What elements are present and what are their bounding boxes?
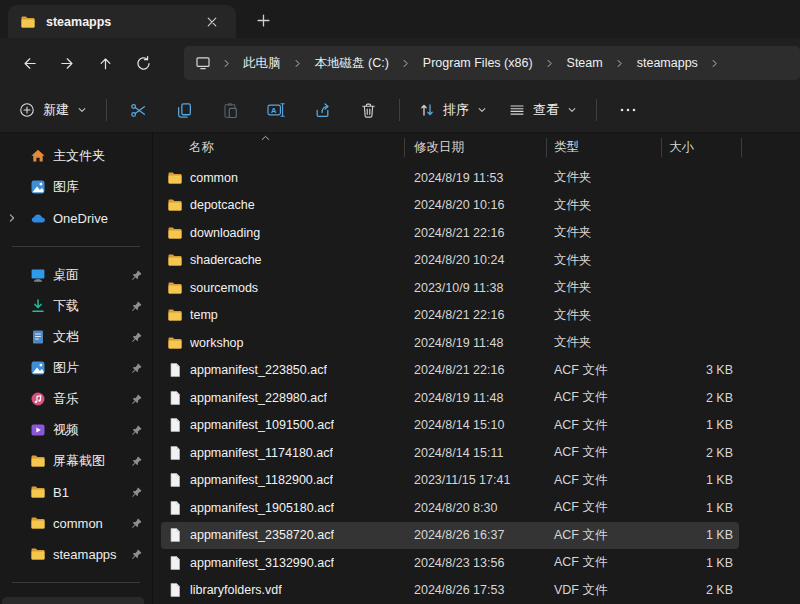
sidebar-item-b1[interactable]: B1 <box>2 477 147 507</box>
sidebar-item-partial[interactable] <box>2 597 144 604</box>
tab-close-icon[interactable] <box>200 10 224 34</box>
breadcrumb-item[interactable]: 本地磁盘 (C:) <box>306 48 398 79</box>
file-row[interactable]: temp 2024/8/21 22:16 文件夹 <box>161 302 739 330</box>
back-button[interactable] <box>10 46 48 80</box>
chevron-down-icon <box>567 105 577 115</box>
file-row[interactable]: libraryfolders.vdf 2024/8/26 17:53 VDF 文… <box>161 577 739 604</box>
sort-button[interactable]: 排序 <box>408 93 498 127</box>
file-row[interactable]: depotcache 2024/8/20 10:16 文件夹 <box>161 192 739 220</box>
sidebar-item-home[interactable]: 主文件夹 <box>2 141 147 171</box>
new-button-label: 新建 <box>43 101 69 119</box>
sidebar-item-videos[interactable]: 视频 <box>2 415 147 445</box>
tab-label: steamapps <box>46 15 190 29</box>
file-row[interactable]: downloading 2024/8/21 22:16 文件夹 <box>161 219 739 247</box>
column-divider[interactable] <box>661 138 662 157</box>
videos-icon <box>30 422 46 438</box>
folder-icon <box>167 252 183 268</box>
sidebar-item-desktop[interactable]: 桌面 <box>2 260 147 290</box>
column-divider[interactable] <box>741 138 742 157</box>
more-options-button[interactable] <box>605 93 651 127</box>
file-icon <box>167 390 183 406</box>
breadcrumb[interactable]: 此电脑本地磁盘 (C:)Program Files (x86)Steamstea… <box>184 46 800 80</box>
rename-button[interactable]: A <box>253 93 299 127</box>
svg-text:A: A <box>271 106 277 115</box>
file-row[interactable]: appmanifest_228980.acf 2024/8/19 11:48 A… <box>161 384 739 412</box>
sidebar-item-common[interactable]: common <box>2 508 147 538</box>
file-row[interactable]: appmanifest_223850.acf 2024/8/21 22:16 A… <box>161 357 739 385</box>
file-row[interactable]: sourcemods 2023/10/9 11:38 文件夹 <box>161 274 739 302</box>
column-header-date[interactable]: 修改日期 <box>414 139 554 156</box>
sidebar-item-onedrive[interactable]: OneDrive <box>2 203 147 233</box>
column-divider[interactable] <box>404 138 405 157</box>
folder-icon <box>30 484 46 500</box>
music-icon <box>30 391 46 407</box>
chevron-right-icon <box>542 59 558 68</box>
sort-icon <box>419 102 435 118</box>
chevron-right-icon[interactable] <box>707 59 723 68</box>
content-area: 主文件夹 图库 OneDrive 桌面 下载 文档 图片 音乐 <box>0 133 800 604</box>
cut-button[interactable] <box>115 93 161 127</box>
sidebar-item-documents[interactable]: 文档 <box>2 322 147 352</box>
pin-icon <box>129 516 143 530</box>
pin-icon <box>129 423 143 437</box>
file-row[interactable]: appmanifest_2358720.acf 2024/8/26 16:37 … <box>161 522 739 550</box>
up-button[interactable] <box>86 46 124 80</box>
sidebar-item-gallery[interactable]: 图库 <box>2 172 147 202</box>
breadcrumb-item[interactable]: Program Files (x86) <box>414 49 542 77</box>
delete-button[interactable] <box>345 93 391 127</box>
file-icon <box>167 362 183 378</box>
toolbar-divider <box>106 99 107 121</box>
sidebar-item-music[interactable]: 音乐 <box>2 384 147 414</box>
column-header-name[interactable]: 名称 <box>167 139 414 156</box>
file-row[interactable]: common 2024/8/19 11:53 文件夹 <box>161 164 739 192</box>
chevron-right-icon <box>612 59 628 68</box>
file-row[interactable]: appmanifest_1091500.acf 2024/8/14 15:10 … <box>161 412 739 440</box>
gallery-icon <box>30 179 46 195</box>
forward-button[interactable] <box>48 46 86 80</box>
chevron-right-icon <box>398 59 414 68</box>
folder-icon <box>167 225 183 241</box>
breadcrumb-item[interactable]: Steam <box>558 49 612 77</box>
sidebar-divider <box>12 582 140 583</box>
file-icon <box>167 417 183 433</box>
column-header-size[interactable]: 大小 <box>661 139 739 156</box>
plus-circle-icon <box>19 102 35 118</box>
column-header-type[interactable]: 类型 <box>554 139 661 156</box>
copy-button[interactable] <box>161 93 207 127</box>
view-button[interactable]: 查看 <box>498 93 588 127</box>
file-row[interactable]: appmanifest_1174180.acf 2024/8/14 15:11 … <box>161 439 739 467</box>
sort-button-label: 排序 <box>443 101 469 119</box>
view-icon <box>509 102 525 118</box>
sidebar-item-downloads[interactable]: 下载 <box>2 291 147 321</box>
folder-icon <box>30 453 46 469</box>
pin-icon <box>129 361 143 375</box>
breadcrumb-item[interactable]: steamapps <box>628 49 707 77</box>
file-row[interactable]: workshop 2024/8/19 11:48 文件夹 <box>161 329 739 357</box>
paste-button[interactable] <box>207 93 253 127</box>
refresh-button[interactable] <box>124 46 162 80</box>
onedrive-icon <box>30 210 46 226</box>
sidebar-item-pictures[interactable]: 图片 <box>2 353 147 383</box>
share-button[interactable] <box>299 93 345 127</box>
sidebar-item-steamapps[interactable]: steamapps <box>2 539 147 569</box>
pin-icon <box>129 454 143 468</box>
file-icon <box>167 527 183 543</box>
folder-icon <box>20 14 36 30</box>
command-toolbar: 新建 A 排序 查看 <box>0 88 800 133</box>
file-row[interactable]: appmanifest_1182900.acf 2023/11/15 17:41… <box>161 467 739 495</box>
new-tab-button[interactable] <box>248 5 278 35</box>
column-divider[interactable] <box>546 138 547 157</box>
sidebar-item-screenshots[interactable]: 屏幕截图 <box>2 446 147 476</box>
folder-icon <box>167 197 183 213</box>
file-row[interactable]: shadercache 2024/8/20 10:24 文件夹 <box>161 247 739 275</box>
tab-steamapps[interactable]: steamapps <box>8 5 236 38</box>
file-row[interactable]: appmanifest_3132990.acf 2024/8/23 13:56 … <box>161 549 739 577</box>
home-icon <box>30 148 46 164</box>
file-row[interactable]: appmanifest_1905180.acf 2024/8/20 8:30 A… <box>161 494 739 522</box>
toolbar-divider <box>596 99 597 121</box>
expand-chevron-icon[interactable] <box>7 212 19 224</box>
new-button[interactable]: 新建 <box>8 93 98 127</box>
documents-icon <box>30 329 46 345</box>
breadcrumb-item[interactable]: 此电脑 <box>234 48 290 79</box>
folder-icon <box>167 170 183 186</box>
